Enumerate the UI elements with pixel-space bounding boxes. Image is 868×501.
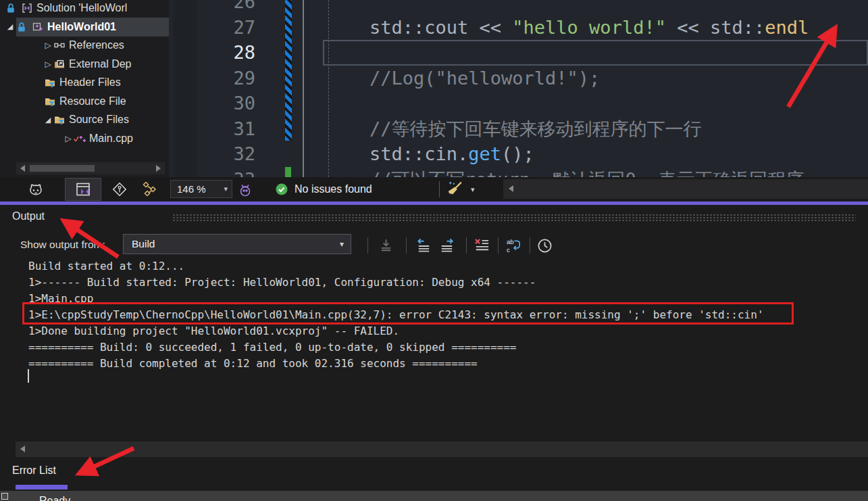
chevron-collapsed-icon[interactable]: ▷ <box>63 134 73 143</box>
line-number: 27 <box>169 16 255 39</box>
scroll-left-icon[interactable] <box>20 446 25 452</box>
chevron-collapsed-icon[interactable]: ▷ <box>43 41 53 50</box>
tree-item-helloworld01[interactable]: ◢HelloWorld01 <box>0 18 169 37</box>
lock-icon <box>15 22 28 32</box>
console-line: Build started at 0:12... <box>28 260 184 272</box>
svg-text:ab: ab <box>506 237 513 245</box>
separator <box>406 237 407 254</box>
output-source-dropdown[interactable]: Build ▾ <box>123 234 351 254</box>
panel-drag-grip[interactable] <box>172 214 856 221</box>
line-number: 32 <box>169 143 255 165</box>
tab-solution-explorer[interactable] <box>65 178 101 201</box>
chevron-expanded-icon[interactable]: ◢ <box>5 22 15 31</box>
external-deps-icon <box>53 59 66 70</box>
svg-text:c: c <box>506 246 509 254</box>
tree-item-label: Resource File <box>59 95 126 108</box>
code-line[interactable]: //可以不写return 默认返回0 表示正确返回程序 <box>369 168 804 178</box>
tree-item-solution-helloworl[interactable]: Solution 'HelloWorl <box>0 0 169 18</box>
separator <box>530 237 530 254</box>
line-number: 26 <box>169 0 255 13</box>
separator <box>439 181 440 197</box>
tree-item-external-dep[interactable]: ▷External Dep <box>0 55 169 74</box>
current-line-box <box>323 40 868 66</box>
active-tab-indicator <box>16 485 68 490</box>
tree-item-label: Header Files <box>59 76 121 89</box>
tree-item-label: Solution 'HelloWorl <box>36 2 127 14</box>
indent-guide <box>328 0 329 177</box>
line-number: 28 <box>169 41 255 64</box>
line-number: 33 <box>169 168 255 178</box>
vs-window: Solution 'HelloWorl◢HelloWorld01▷Referen… <box>0 0 868 501</box>
editor-hscrollbar[interactable] <box>503 179 868 199</box>
console-caret <box>28 369 29 383</box>
console-line: 1>------ Build started: Project: HelloWo… <box>28 276 536 289</box>
previous-message-button[interactable] <box>413 235 434 256</box>
git-graph-icon[interactable] <box>139 180 159 199</box>
status-icon <box>1 493 8 500</box>
change-bar-modified-icon <box>285 0 292 141</box>
cpp-project-icon <box>31 22 45 32</box>
line-number: 30 <box>169 92 255 114</box>
code-line[interactable]: std::cout << "hello world!" << std::endl <box>369 16 809 39</box>
solution-explorer: Solution 'HelloWorl◢HelloWorld01▷Referen… <box>0 0 169 177</box>
cpp-file-icon <box>73 133 86 144</box>
health-check-icon[interactable] <box>275 183 288 196</box>
tree-item-label: External Dep <box>69 58 132 70</box>
chevron-expanded-icon[interactable]: ◢ <box>43 116 53 124</box>
code-line[interactable]: //等待按下回车键来移动到程序的下一行 <box>369 118 702 140</box>
console-line: ========== Build completed at 0:12 and t… <box>28 357 478 370</box>
console-line: ========== Build: 0 succeeded, 1 failed,… <box>28 341 516 354</box>
chevron-collapsed-icon[interactable]: ▷ <box>43 59 53 69</box>
code-editor[interactable]: 2627282930313233 std::cout << "hello wor… <box>169 0 868 177</box>
solution-explorer-icon <box>75 181 91 197</box>
next-message-button[interactable] <box>436 235 457 256</box>
code-line[interactable]: //Log("helloworld!"); <box>369 67 600 89</box>
zoom-level-dropdown[interactable]: 146 % ▾ <box>170 180 232 198</box>
tree-item-label: HelloWorld01 <box>47 21 116 33</box>
console-line-error: 1>E:\cppStudyTemp\ChernoCpp\HelloWorld01… <box>28 308 764 321</box>
toggle-word-wrap-button[interactable]: abc <box>503 235 524 256</box>
output-source-value: Build <box>132 238 155 250</box>
lock-icon <box>4 3 18 14</box>
timestamps-button[interactable] <box>534 235 555 256</box>
health-status-text[interactable]: No issues found <box>295 183 372 195</box>
tree-item-references[interactable]: ▷References <box>0 36 169 55</box>
scroll-thumb[interactable] <box>30 165 95 172</box>
output-panel-title: Output <box>12 210 45 222</box>
github-icon[interactable] <box>26 180 46 199</box>
separator <box>498 237 499 254</box>
output-hscrollbar[interactable] <box>16 442 868 457</box>
scroll-left-icon[interactable] <box>20 165 25 172</box>
zoom-level-value: 146 % <box>177 183 206 195</box>
go-to-message-button[interactable] <box>376 235 396 256</box>
tree-item-label: Source Files <box>69 114 129 126</box>
references-icon <box>53 40 66 51</box>
scroll-left-icon[interactable] <box>509 185 513 192</box>
tree-item-header-files[interactable]: Header Files <box>0 73 169 92</box>
folder-filter-icon <box>43 77 57 88</box>
tab-error-list[interactable]: Error List <box>12 464 56 477</box>
change-bar-saved-icon <box>285 167 291 177</box>
tree-item-label: Main.cpp <box>89 133 133 145</box>
chevron-down-icon: ▾ <box>224 185 228 193</box>
git-changes-icon[interactable] <box>109 180 130 199</box>
status-text: Ready <box>39 495 70 501</box>
top-section: Solution 'HelloWorl◢HelloWorld01▷Referen… <box>0 0 868 201</box>
code-line[interactable]: std::cin.get(); <box>369 143 534 165</box>
clear-all-button[interactable] <box>471 235 492 256</box>
status-bar: Ready <box>0 491 868 501</box>
tree-item-resource-file[interactable]: Resource File <box>0 92 169 111</box>
tree-item-label: References <box>69 39 124 51</box>
scroll-right-icon[interactable] <box>156 165 161 172</box>
explorer-hscrollbar[interactable] <box>16 162 165 174</box>
folder-filter-icon <box>53 114 66 125</box>
tree-item-main-cpp[interactable]: ▷Main.cpp <box>0 129 169 148</box>
folder-filter-icon <box>43 96 57 107</box>
margin-divider <box>303 0 304 177</box>
code-cleanup-broom-icon[interactable] <box>446 180 466 199</box>
chevron-down-icon[interactable]: ▾ <box>471 185 475 194</box>
chevron-down-icon: ▾ <box>340 239 344 249</box>
intellicode-assistant-icon[interactable] <box>235 181 255 200</box>
line-number: 29 <box>169 67 255 89</box>
tree-item-source-files[interactable]: ◢Source Files <box>0 110 169 129</box>
